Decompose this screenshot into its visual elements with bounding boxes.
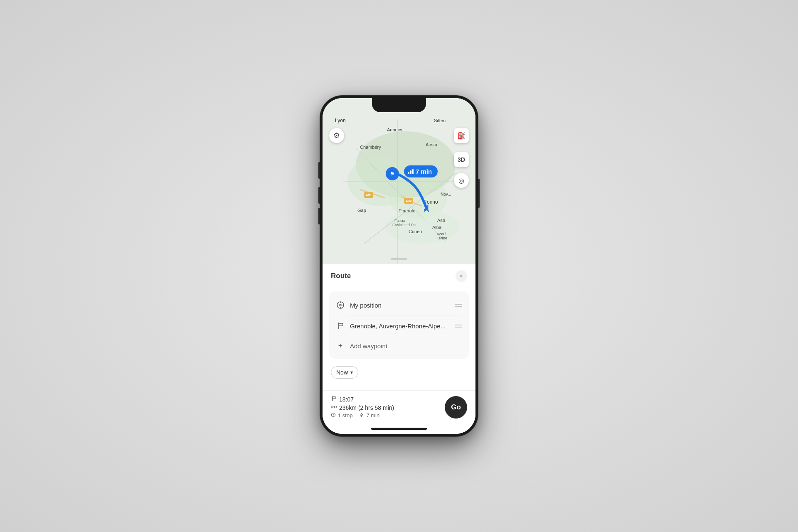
svg-point-42 xyxy=(335,406,337,408)
3d-label: 3D xyxy=(458,156,465,163)
stops-item: 1 stop xyxy=(331,412,352,419)
go-label: Go xyxy=(451,403,461,411)
svg-point-46 xyxy=(333,416,334,416)
svg-point-34 xyxy=(340,304,341,306)
route-title: Route xyxy=(331,272,351,280)
svg-text:Lyon: Lyon xyxy=(335,118,346,123)
svg-text:Torino: Torino xyxy=(424,199,438,205)
home-indicator[interactable] xyxy=(371,428,427,430)
phone-frame: A51 A32 ⚑ Lyon Sitten Annecy Chambéry Ao… xyxy=(320,96,478,436)
stop-icon xyxy=(331,412,336,419)
departure-button[interactable]: Now ▾ xyxy=(331,366,358,379)
drag-handle-origin[interactable] xyxy=(455,304,462,307)
map-svg: A51 A32 ⚑ Lyon Sitten Annecy Chambéry Ao… xyxy=(323,98,475,264)
svg-text:A32: A32 xyxy=(406,199,412,203)
svg-text:Fascia: Fascia xyxy=(394,219,405,223)
traffic-icon xyxy=(408,169,414,174)
svg-text:A51: A51 xyxy=(366,193,372,197)
departure-label: Now xyxy=(336,369,348,376)
svg-text:Chambéry: Chambéry xyxy=(360,145,381,150)
summary-info: 18:07 236km (2 hrs 58 min) xyxy=(331,396,441,419)
departure-row: Now ▾ xyxy=(323,364,475,384)
flag-summary-icon xyxy=(331,396,337,403)
compass-icon: ◎ xyxy=(458,177,464,185)
chevron-down-icon: ▾ xyxy=(350,369,353,375)
phone-notch xyxy=(372,98,426,112)
summary-bar: 18:07 236km (2 hrs 58 min) xyxy=(323,390,475,424)
flag-icon xyxy=(336,321,345,330)
time-value: 7 min xyxy=(416,168,432,175)
sub-info-row: 1 stop 7 min xyxy=(331,412,441,419)
waypoint-item-destination[interactable]: Grenoble, Auvergne-Rhone-Alpe... xyxy=(329,315,469,336)
svg-text:Sitten: Sitten xyxy=(434,118,446,123)
svg-text:Annecy: Annecy xyxy=(387,127,402,132)
delay-text: 7 min xyxy=(366,412,379,419)
settings-button[interactable]: ⚙ xyxy=(329,128,344,143)
map-area[interactable]: A51 A32 ⚑ Lyon Sitten Annecy Chambéry Ao… xyxy=(323,98,475,264)
svg-text:Asti: Asti xyxy=(437,218,445,223)
distance-icon xyxy=(331,404,337,411)
svg-text:Nov...: Nov... xyxy=(441,192,451,197)
go-button[interactable]: Go xyxy=(445,396,467,419)
svg-text:Cuneo: Cuneo xyxy=(409,229,422,234)
route-header: Route × xyxy=(323,264,475,286)
waypoint-item-origin[interactable]: My position xyxy=(329,295,469,315)
plus-icon: + xyxy=(336,341,345,350)
3d-button[interactable]: 3D xyxy=(454,152,469,167)
add-waypoint-label: Add waypoint xyxy=(350,342,387,350)
svg-text:Alba: Alba xyxy=(432,225,442,230)
close-button[interactable]: × xyxy=(456,270,467,282)
phone-screen: A51 A32 ⚑ Lyon Sitten Annecy Chambéry Ao… xyxy=(323,98,475,434)
svg-point-4 xyxy=(385,210,460,244)
gear-icon: ⚙ xyxy=(333,131,340,140)
compass-button[interactable]: ◎ xyxy=(454,173,469,188)
svg-text:Acqui: Acqui xyxy=(437,232,446,236)
close-icon: × xyxy=(460,273,463,279)
waypoint-list: My position Grenoble, Auvergne-Rhone xyxy=(329,291,469,359)
add-waypoint-button[interactable]: + Add waypoint xyxy=(329,336,469,355)
svg-text:⚑: ⚑ xyxy=(390,171,395,177)
svg-text:Aosta: Aosta xyxy=(426,142,438,147)
stops-text: 1 stop xyxy=(338,412,352,419)
fuel-icon: ⛽ xyxy=(457,132,466,140)
arrival-time: 18:07 xyxy=(339,396,354,403)
fuel-button[interactable]: ⛽ xyxy=(454,128,469,143)
distance-text: 236km (2 hrs 58 min) xyxy=(339,404,394,411)
origin-text: My position xyxy=(350,302,450,309)
destination-text: Grenoble, Auvergne-Rhone-Alpe... xyxy=(350,323,450,330)
lightning-icon xyxy=(359,412,364,419)
arrival-row: 18:07 xyxy=(331,396,441,403)
svg-point-41 xyxy=(331,406,333,408)
location-crosshair-icon xyxy=(336,300,345,310)
drag-handle[interactable] xyxy=(391,258,407,260)
svg-text:Pinerolo: Pinerolo xyxy=(399,208,415,213)
drag-handle-destination[interactable] xyxy=(455,325,462,328)
route-panel: Route × xyxy=(323,264,475,434)
time-badge: 7 min xyxy=(404,165,438,177)
svg-text:Fluviale del Po.: Fluviale del Po. xyxy=(392,223,416,227)
svg-text:Terme: Terme xyxy=(437,236,447,240)
delay-item: 7 min xyxy=(359,412,379,419)
spacer xyxy=(323,384,475,390)
svg-marker-47 xyxy=(360,413,363,417)
svg-text:Gap: Gap xyxy=(357,208,366,213)
distance-row: 236km (2 hrs 58 min) xyxy=(331,404,441,411)
